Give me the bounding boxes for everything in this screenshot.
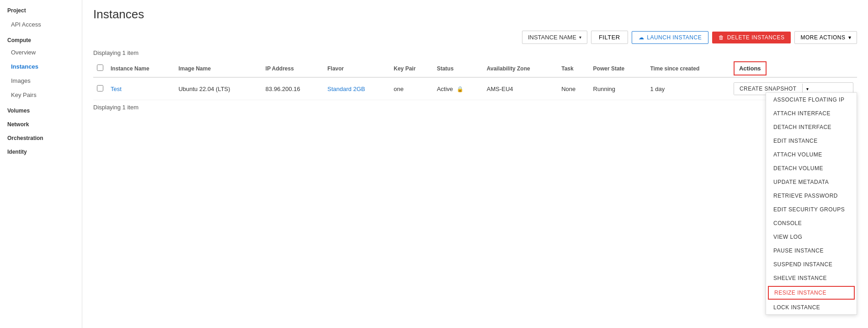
select-all-checkbox[interactable] (97, 65, 103, 71)
sidebar-item-key-pairs[interactable]: Key Pairs (0, 88, 82, 102)
flavor-link[interactable]: Standard 2GB (327, 86, 365, 92)
dropdown-item-update-metadata[interactable]: UPDATE METADATA (766, 175, 857, 189)
col-image-name: Image Name (175, 60, 261, 77)
delete-instances-button[interactable]: 🗑 DELETE INSTANCES (712, 32, 791, 43)
status-cell: Active 🔒 (433, 77, 483, 100)
col-status: Status (433, 60, 483, 77)
select-all-header[interactable] (93, 60, 107, 77)
dropdown-item-shelve-instance[interactable]: SHELVE INSTANCE (766, 271, 857, 285)
col-actions: Actions (730, 60, 857, 77)
sidebar-section-volumes: Volumes (0, 102, 82, 116)
instance-name-label: INSTANCE NAME (528, 34, 576, 41)
more-actions-label: MORE ACTIONS (800, 34, 845, 41)
cloud-icon: ☁ (639, 34, 644, 41)
dropdown-item-attach-volume[interactable]: ATTACH VOLUME (766, 148, 857, 161)
col-time-created: Time since created (646, 60, 730, 77)
sidebar-item-overview[interactable]: Overview (0, 45, 82, 59)
delete-instances-label: DELETE INSTANCES (727, 34, 785, 41)
row-checkbox[interactable] (97, 85, 103, 91)
col-flavor: Flavor (324, 60, 390, 77)
availability-zone-cell: AMS-EU4 (483, 77, 558, 100)
actions-header-label: Actions (734, 61, 767, 75)
page-title: Instances (93, 7, 857, 22)
launch-instance-button[interactable]: ☁ LAUNCH INSTANCE (632, 31, 708, 44)
instances-table: Instance Name Image Name IP Address Flav… (93, 60, 857, 100)
sidebar-section-identity: Identity (0, 143, 82, 157)
status-text: Active (437, 86, 453, 92)
sidebar-project-title: Project (0, 0, 82, 17)
displaying-count-bottom: Displaying 1 item (93, 104, 857, 111)
task-cell: None (558, 77, 589, 100)
power-state-cell: Running (590, 77, 647, 100)
page-header: Instances (82, 0, 868, 25)
toolbar: INSTANCE NAME ▾ FILTER ☁ LAUNCH INSTANCE… (82, 25, 868, 49)
actions-dropdown-menu: ASSOCIATE FLOATING IP ATTACH INTERFACE D… (766, 92, 857, 315)
chevron-down-icon: ▾ (579, 35, 581, 40)
dropdown-item-edit-security-groups[interactable]: EDIT SECURITY GROUPS (766, 203, 857, 216)
col-ip-address: IP Address (262, 60, 324, 77)
sidebar-section-orchestration: Orchestration (0, 129, 82, 143)
sidebar-section-compute: Compute (0, 32, 82, 45)
table-row: Test Ubuntu 22.04 (LTS) 83.96.200.16 Sta… (93, 77, 857, 100)
ip-address-cell: 83.96.200.16 (262, 77, 324, 100)
sidebar-item-images[interactable]: Images (0, 74, 82, 88)
lock-icon: 🔒 (457, 86, 463, 92)
col-task: Task (558, 60, 589, 77)
dropdown-item-lock-instance[interactable]: LOCK INSTANCE (766, 301, 857, 314)
dropdown-item-attach-interface[interactable]: ATTACH INTERFACE (766, 107, 857, 120)
sidebar-item-instances[interactable]: Instances (0, 59, 82, 74)
image-name-cell: Ubuntu 22.04 (LTS) (175, 77, 261, 100)
sidebar: Project API Access Compute Overview Inst… (0, 0, 82, 328)
flavor-cell: Standard 2GB (324, 77, 390, 100)
instance-name-dropdown[interactable]: INSTANCE NAME ▾ (522, 31, 587, 44)
trash-icon: 🗑 (719, 34, 724, 41)
dropdown-item-edit-instance[interactable]: EDIT INSTANCE (766, 134, 857, 148)
col-key-pair: Key Pair (390, 60, 433, 77)
actions-cell: CREATE SNAPSHOT ▾ ASSOCIATE FLOATING IP … (730, 77, 857, 100)
sidebar-item-api-access[interactable]: API Access (0, 17, 82, 32)
col-availability-zone: Availability Zone (483, 60, 558, 77)
col-instance-name: Instance Name (107, 60, 175, 77)
dropdown-item-resize-instance[interactable]: RESIZE INSTANCE (768, 286, 855, 300)
dropdown-item-associate-floating-ip[interactable]: ASSOCIATE FLOATING IP (766, 93, 857, 107)
dropdown-item-suspend-instance[interactable]: SUSPEND INSTANCE (766, 258, 857, 271)
displaying-count-top: Displaying 1 item (93, 49, 857, 56)
chevron-down-icon: ▾ (848, 34, 852, 41)
instance-name-cell: Test (107, 77, 175, 100)
dropdown-item-detach-interface[interactable]: DETACH INTERFACE (766, 120, 857, 134)
dropdown-item-view-log[interactable]: VIEW LOG (766, 230, 857, 244)
dropdown-item-pause-instance[interactable]: PAUSE INSTANCE (766, 244, 857, 258)
instance-name-link[interactable]: Test (111, 86, 122, 92)
dropdown-item-retrieve-password[interactable]: RETRIEVE PASSWORD (766, 189, 857, 203)
main-content: Instances INSTANCE NAME ▾ FILTER ☁ LAUNC… (82, 0, 868, 328)
launch-instance-label: LAUNCH INSTANCE (647, 34, 702, 41)
row-checkbox-cell[interactable] (93, 77, 107, 100)
more-actions-button[interactable]: MORE ACTIONS ▾ (794, 31, 857, 44)
time-created-cell: 1 day (646, 77, 730, 100)
dropdown-item-console[interactable]: CONSOLE (766, 216, 857, 230)
filter-button[interactable]: FILTER (591, 31, 628, 44)
col-power-state: Power State (590, 60, 647, 77)
sidebar-section-network: Network (0, 116, 82, 129)
dropdown-item-detach-volume[interactable]: DETACH VOLUME (766, 161, 857, 175)
key-pair-cell: one (390, 77, 433, 100)
table-area: Displaying 1 item Instance Name Image Na… (82, 49, 868, 328)
